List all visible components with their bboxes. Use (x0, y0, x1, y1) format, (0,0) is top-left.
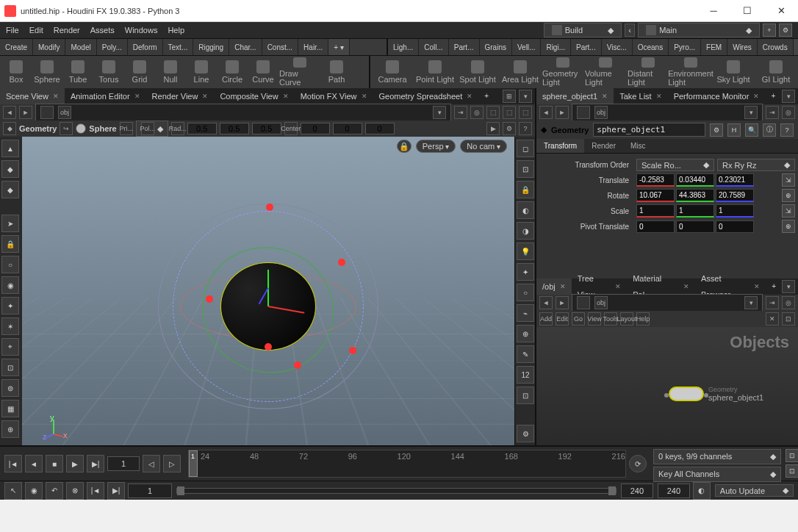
shelf-tool[interactable]: Box (1, 57, 31, 87)
shelf-tab[interactable]: Rigging (193, 39, 229, 55)
rad-x[interactable] (187, 123, 217, 134)
step-fwd-button[interactable]: ▷ (163, 455, 181, 472)
parm-extra-icon[interactable]: ⇲ (782, 204, 795, 218)
xform-order-menu[interactable]: Scale Ro...◆ (636, 159, 714, 171)
shelf-tab[interactable]: Ligh... (388, 39, 419, 55)
sx-field[interactable] (636, 204, 675, 218)
nav-fwd-icon[interactable]: ► (556, 106, 569, 119)
viewport-lock-icon[interactable]: 🔒 (397, 140, 411, 153)
maximize-button[interactable]: ☐ (730, 0, 764, 22)
lock-icon[interactable]: 🔒 (517, 181, 534, 198)
shelf-tab[interactable]: Oceans (633, 39, 669, 55)
select-arrow-icon[interactable]: ➤ (1, 215, 19, 232)
display-opt-icon[interactable]: ⊕ (517, 325, 534, 342)
step-back-button[interactable]: ◁ (143, 455, 160, 472)
display-opt-icon[interactable]: ⊡ (517, 387, 534, 404)
nav-back-icon[interactable]: ◄ (539, 296, 553, 309)
target-icon[interactable]: ◎ (782, 106, 795, 119)
nav-fwd-icon[interactable]: ► (19, 106, 32, 119)
display-opt-icon[interactable]: ⊡ (517, 160, 534, 178)
gizmo-handle[interactable] (294, 362, 301, 369)
shelf-tab[interactable]: Const... (262, 39, 298, 55)
tx-field[interactable] (636, 173, 675, 187)
range-end-handle[interactable] (608, 486, 616, 495)
rz-field[interactable] (716, 189, 754, 202)
rad-y[interactable] (220, 123, 249, 134)
net-menu-help[interactable]: Help (636, 312, 650, 326)
display-opt-icon[interactable]: ◻ (517, 140, 534, 157)
sz-field[interactable] (716, 204, 754, 218)
rot-order-menu[interactable]: Rx Ry Rz◆ (717, 159, 795, 171)
shelf-tab[interactable]: Visc... (602, 39, 633, 55)
menu-assets[interactable]: Assets (90, 26, 115, 35)
shelf-tab[interactable]: Rigi... (541, 39, 571, 55)
shelf-tool[interactable]: Curve (248, 57, 278, 87)
global-end-field[interactable] (658, 484, 690, 498)
gear-icon[interactable]: ⚙ (710, 123, 723, 137)
stop-button[interactable]: ■ (46, 455, 63, 472)
ty-field[interactable] (676, 173, 714, 187)
desk-chevron[interactable]: ‹ (625, 24, 635, 37)
pane-menu-icon[interactable]: ▾ (782, 280, 795, 293)
menu-edit[interactable]: Edit (29, 26, 43, 35)
shelf-tool[interactable]: Sky Light (713, 57, 754, 87)
tab-render-view[interactable]: Render View✕ (146, 88, 215, 104)
shelf-tab[interactable]: Modify (33, 39, 65, 55)
shelf-tool[interactable]: Distant Light (628, 57, 669, 87)
shelf-tab[interactable]: Grains (480, 39, 512, 55)
net-menu-add[interactable]: Add (539, 312, 553, 326)
help-icon[interactable]: ? (519, 122, 532, 135)
parm-extra-icon[interactable]: ⊕ (782, 189, 795, 202)
nav-back-icon[interactable]: ◄ (3, 106, 16, 119)
update-indicator-icon[interactable]: ◐ (693, 482, 711, 500)
display-opt-icon[interactable]: ✎ (517, 345, 534, 363)
shelf-tool[interactable]: Circle (218, 57, 247, 87)
tab-scene-view[interactable]: Scene View✕ (0, 88, 65, 104)
shelf-add-icon[interactable]: + ▾ (794, 39, 798, 55)
extra-icon[interactable]: ⬚ (486, 106, 500, 119)
scope-next-icon[interactable]: ▶| (107, 482, 125, 500)
center-z[interactable] (365, 123, 395, 134)
scope-icon[interactable]: ↖ (4, 482, 22, 500)
shelf-tool[interactable]: Grid (125, 57, 154, 87)
play-icon[interactable]: ▶ (486, 122, 500, 135)
nav-back-icon[interactable]: ◄ (539, 106, 553, 119)
keys-readout[interactable]: 0 keys, 9/9 channels◆ (653, 449, 781, 464)
pin-icon[interactable]: ⇥ (454, 106, 467, 119)
h-icon[interactable]: H (727, 123, 741, 137)
tab-geometry-spreadsheet[interactable]: Geometry Spreadsheet✕ (373, 88, 479, 104)
close-button[interactable]: ✕ (764, 0, 798, 22)
shelf-tool[interactable]: Path (322, 57, 351, 87)
wrench-icon[interactable]: ✕ (766, 312, 779, 326)
gizmo-handle[interactable] (266, 204, 273, 211)
realtime-toggle[interactable]: ⟳ (629, 455, 647, 472)
shelf-tab[interactable]: Crowds (758, 39, 794, 55)
network-node[interactable]: Geometry sphere_object1 (669, 386, 763, 402)
parm-folder-transform[interactable]: Transform (536, 139, 584, 153)
net-menu-go[interactable]: Go (572, 312, 585, 326)
net-display-icon[interactable]: ⊡ (782, 312, 795, 326)
tool-icon[interactable]: ○ (1, 256, 19, 273)
scope-icon[interactable]: ↶ (46, 482, 63, 500)
shelf-tool[interactable]: Environment Light (670, 57, 711, 87)
handle-icon[interactable]: ◆ (1, 160, 19, 178)
ry-field[interactable] (676, 189, 714, 202)
desk-add-icon[interactable]: + (763, 24, 776, 37)
pane-menu-icon[interactable]: ▾ (782, 90, 795, 103)
key-all-button[interactable]: Key All Channels◆ (653, 467, 781, 482)
desk-gear-icon[interactable]: ⚙ (779, 24, 792, 37)
node-body[interactable] (669, 387, 704, 401)
shelf-tool[interactable]: Sphere (32, 57, 62, 87)
pin-icon[interactable]: ⇥ (766, 296, 779, 309)
shelf-tool[interactable]: Area Light (500, 57, 541, 87)
desktop-left[interactable]: Build◆ (544, 23, 622, 37)
shelf-tab[interactable]: Hair... (298, 39, 328, 55)
tool-icon[interactable]: ⊡ (1, 359, 19, 376)
shelf-tool[interactable]: GI Light (755, 57, 797, 87)
range-end-field[interactable] (621, 484, 653, 498)
parm-node-name[interactable]: sphere_object1 (593, 123, 705, 137)
minimize-button[interactable]: ─ (697, 0, 730, 22)
net-menu-edit[interactable]: Edit (556, 312, 569, 326)
tool-icon[interactable]: ◉ (1, 276, 19, 294)
lock-icon[interactable]: 🔒 (1, 235, 19, 253)
